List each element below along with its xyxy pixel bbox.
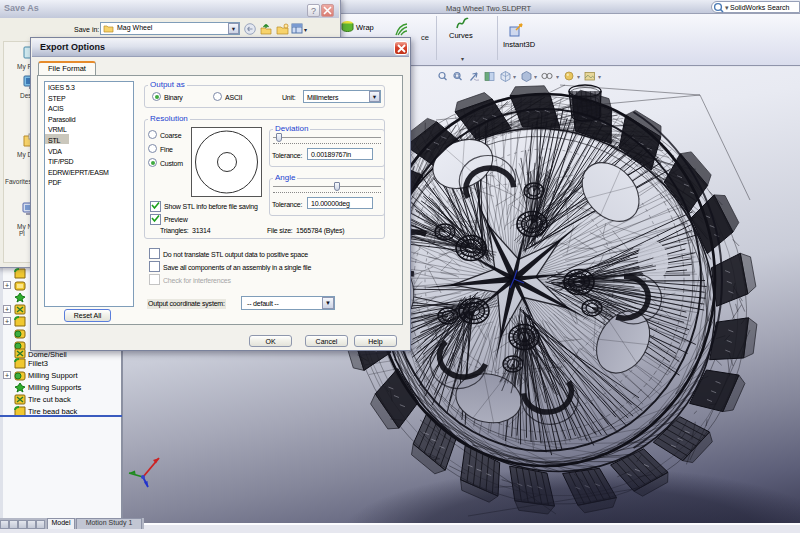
svg-text:▾: ▾ bbox=[577, 74, 580, 80]
svg-text:▾: ▾ bbox=[598, 74, 601, 80]
svg-text:▾: ▾ bbox=[513, 74, 516, 80]
svg-text:▾: ▾ bbox=[534, 74, 537, 80]
svg-text:▾: ▾ bbox=[556, 74, 559, 80]
